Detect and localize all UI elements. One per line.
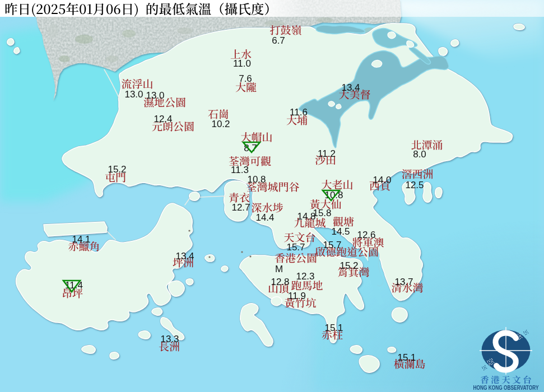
svg-text:11.9: 11.9 [288, 291, 306, 301]
svg-text:13.4: 13.4 [341, 82, 360, 93]
svg-text:15.7: 15.7 [323, 240, 341, 250]
svg-text:14.4: 14.4 [255, 212, 274, 223]
svg-text:12.5: 12.5 [405, 180, 424, 190]
svg-text:14.0: 14.0 [373, 175, 391, 185]
svg-text:13.0: 13.0 [124, 89, 143, 100]
svg-text:M: M [275, 264, 283, 274]
svg-text:11.6: 11.6 [290, 107, 308, 118]
svg-text:11.0: 11.0 [233, 58, 251, 69]
svg-text:12.6: 12.6 [357, 230, 375, 240]
svg-text:15.7: 15.7 [286, 242, 305, 253]
svg-text:15.1: 15.1 [397, 352, 416, 363]
svg-text:12.8: 12.8 [271, 277, 289, 287]
svg-text:10.2: 10.2 [211, 119, 230, 129]
svg-text:7.6: 7.6 [239, 73, 252, 84]
svg-text:10.8: 10.8 [247, 174, 266, 185]
svg-text:15.1: 15.1 [324, 323, 343, 333]
svg-text:14.5: 14.5 [331, 226, 350, 237]
svg-text:15.2: 15.2 [340, 260, 358, 271]
svg-text:13.4: 13.4 [175, 251, 194, 262]
svg-text:13.3: 13.3 [160, 334, 179, 344]
svg-text:13.7: 13.7 [394, 277, 413, 287]
svg-text:14.8: 14.8 [297, 211, 315, 222]
svg-text:12.3: 12.3 [296, 271, 314, 282]
svg-text:15.2: 15.2 [108, 164, 126, 175]
svg-text:12.7: 12.7 [231, 202, 250, 213]
svg-text:11.2: 11.2 [318, 148, 336, 159]
svg-text:11.3: 11.3 [231, 165, 249, 175]
svg-text:12.4: 12.4 [154, 114, 172, 124]
svg-text:8.0: 8.0 [413, 149, 426, 160]
svg-text:14.1: 14.1 [72, 234, 90, 245]
svg-text:HONG KONG OBSERVATORY: HONG KONG OBSERVATORY [473, 384, 539, 391]
svg-text:13.0: 13.0 [146, 90, 164, 101]
svg-text:6.7: 6.7 [272, 35, 285, 46]
